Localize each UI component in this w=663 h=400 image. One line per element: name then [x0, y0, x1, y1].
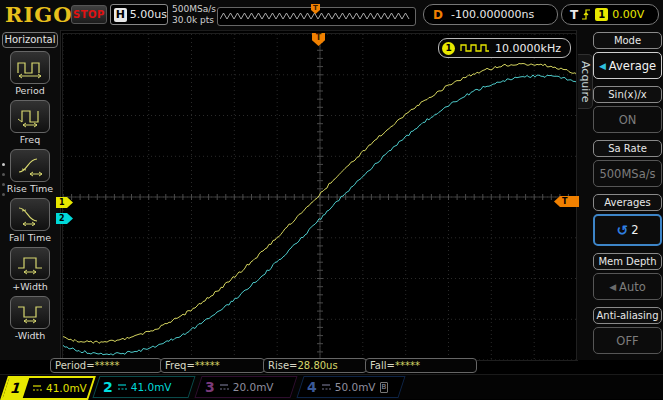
freq-icon [15, 106, 45, 128]
measure-menu-title: Horizontal [2, 32, 58, 48]
channel-2-number: 2 [103, 379, 113, 395]
measure-item-minus-width[interactable]: -Width [0, 296, 60, 341]
menu-item-anti-aliasing[interactable]: Anti-aliasing OFF [593, 307, 662, 354]
period-icon [15, 57, 45, 79]
menu-item-mem-depth[interactable]: Mem Depth ◀ Auto [593, 253, 662, 300]
chevron-left-icon: ◀ [599, 61, 606, 71]
bandwidth-limit-icon: B [380, 382, 389, 393]
dc-coupling-icon [219, 383, 229, 392]
trigger-source-badge: 1 [595, 8, 608, 21]
dc-coupling-icon [32, 384, 42, 393]
measurement-period: Period***** [50, 358, 162, 373]
plus-width-icon [15, 253, 45, 275]
trigger-slope-icon [581, 8, 591, 21]
channel-1-status[interactable]: 1 41.0mV [0, 376, 96, 400]
freq-counter-source-badge: 1 [442, 42, 455, 55]
menu-item-averages[interactable]: Averages ↺ 2 [593, 194, 662, 246]
channel-3-scale: 20.0mV [233, 381, 274, 393]
channel-3-number: 3 [205, 379, 215, 395]
trigger-status-box[interactable]: T 1 0.00V [561, 4, 659, 25]
rotate-knob-icon: ↺ [616, 225, 628, 235]
dc-coupling-icon [117, 383, 127, 392]
horizontal-h-badge: H [114, 8, 127, 22]
channel-4-scale: 50.0mV [335, 381, 376, 393]
channel-2-status[interactable]: 2 41.0mV [92, 376, 195, 398]
tab-acquire[interactable]: Acquire [578, 54, 593, 109]
frequency-counter-badge: 1 10.0000kHz [438, 38, 571, 58]
measure-item-freq[interactable]: Freq [0, 100, 60, 145]
minus-width-icon [15, 302, 45, 324]
chevron-left-icon: ◀ [609, 282, 616, 292]
channel-2-scale: 41.0mV [131, 381, 172, 393]
channel-4-number: 4 [307, 379, 317, 395]
channel-3-status[interactable]: 3 20.0mV [194, 376, 297, 398]
delay-d-badge: D [433, 8, 443, 22]
memory-points-value: 30.0k pts [172, 15, 216, 26]
menu-item-sinx[interactable]: Sin(x)/x ON [593, 86, 662, 133]
square-wave-icon [460, 43, 490, 53]
menu-item-mode[interactable]: Mode ◀ Average [593, 32, 662, 79]
trigger-delay-box[interactable]: D -100.000000ns [423, 4, 558, 25]
freq-counter-value: 10.0000kHz [495, 42, 561, 55]
top-status-bar: RIGOL STOP H 5.00us 500MSa/s 30.0k pts T… [0, 0, 663, 31]
measurement-rise: Rise28.80us [263, 358, 367, 373]
waveform-display-area: 1 10.0000kHz T 1 2 T [62, 33, 578, 361]
fall-time-icon [15, 204, 45, 226]
graticule-and-traces [63, 34, 577, 360]
horizontal-scale-value: 5.00us [130, 8, 167, 21]
delay-value: -100.000000ns [451, 8, 534, 21]
trigger-level-value: 0.00V [612, 8, 644, 21]
trigger-t-label: T [570, 8, 578, 22]
waveform-preview-strip[interactable]: T [217, 7, 416, 26]
run-state-indicator[interactable]: STOP [71, 5, 107, 24]
menu-page-indicator [2, 163, 5, 196]
dc-coupling-icon [321, 383, 331, 392]
measure-item-plus-width[interactable]: +Width [0, 247, 60, 292]
channel-4-status[interactable]: 4 50.0mV B [296, 376, 405, 398]
channel-1-scale: 41.0mV [46, 382, 87, 394]
sample-rate-readout: 500MSa/s 30.0k pts [172, 4, 216, 26]
measure-item-rise-time[interactable]: Rise Time [0, 149, 60, 194]
measure-item-fall-time[interactable]: Fall Time [0, 198, 60, 243]
measurement-readout-row: Period***** Freq***** Rise28.80us Fall**… [0, 358, 663, 374]
acquire-menu-panel: Acquire Mode ◀ Average Sin(x)/x ON Sa Ra… [576, 30, 663, 360]
sample-rate-value: 500MSa/s [172, 4, 216, 15]
menu-item-sa-rate[interactable]: Sa Rate 500MSa/s [593, 140, 662, 187]
measurement-freq: Freq***** [160, 358, 265, 373]
rise-time-icon [15, 155, 45, 177]
measurement-fall: Fall***** [365, 358, 477, 373]
horizontal-scale-box[interactable]: H 5.00us [110, 4, 168, 25]
measure-item-period[interactable]: Period [0, 51, 60, 96]
measure-menu-panel: Horizontal Period Freq Rise Time Fall Ti… [0, 30, 61, 360]
channel-status-bar: 1 41.0mV 2 41.0mV 3 20.0mV 4 [0, 374, 663, 399]
